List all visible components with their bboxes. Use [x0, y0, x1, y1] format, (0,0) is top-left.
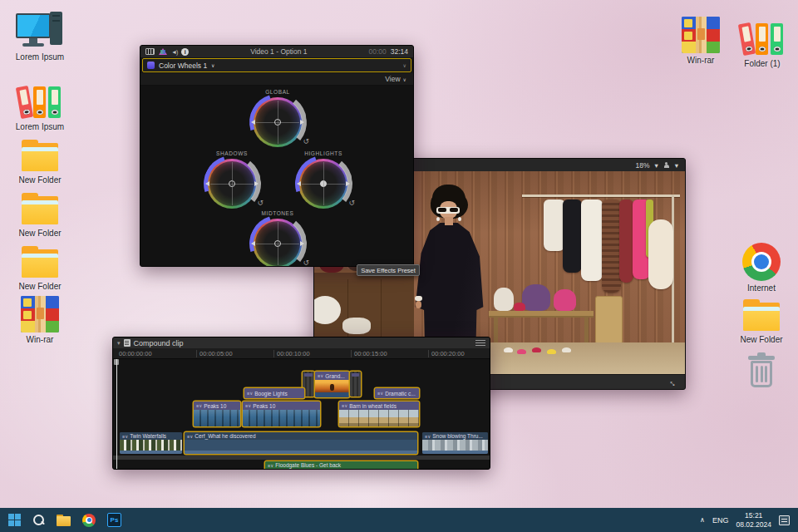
reset-icon[interactable]: ↺	[348, 199, 355, 207]
fullscreen-button[interactable]: ↔	[667, 375, 680, 388]
reset-icon[interactable]: ↺	[257, 199, 264, 207]
clip-label: Dramatic c...	[385, 391, 415, 397]
brightness-arc[interactable]	[246, 212, 310, 267]
clip-boogie-lights[interactable]: ≡∨Boogie Lights	[244, 388, 304, 398]
ruler-timecode: 00:00:05:00	[196, 350, 233, 357]
zoom-dropdown-arrow-icon[interactable]: ▾	[654, 161, 658, 170]
timeline-ruler[interactable]: 00:00:00:00 00:00:05:00 00:00:10:00 00:0…	[113, 348, 490, 359]
clip-peaks-10-b[interactable]: ≡∨Peaks 10	[243, 401, 320, 426]
tray-chevron-icon[interactable]: ∧	[700, 516, 705, 524]
wheel-handle[interactable]	[320, 180, 327, 187]
clip-menu-icon: ≡∨	[196, 403, 202, 408]
folder-icon	[20, 246, 60, 279]
wheel-shadows[interactable]: SHADOWS ↺	[204, 150, 260, 209]
color-wheels-window[interactable]: ◄) i Video 1 - Option 1 00:00 32:14 Colo…	[140, 45, 414, 267]
clip-cerf[interactable]: ≡∨Cerf_What he discovered	[185, 432, 417, 454]
shoe	[504, 347, 513, 352]
transition-clip[interactable]	[303, 372, 314, 397]
timeline-window[interactable]: ▾ Compound clip 00:00:00:00 00:00:05:00 …	[112, 337, 490, 470]
desktop-icon-label: New Folder	[2, 282, 78, 291]
clip-menu-icon: ≡∨	[377, 391, 383, 396]
timeline-menu-icon[interactable]	[475, 340, 485, 346]
clip-snow[interactable]: ≡∨Snow blowing Thru...	[422, 432, 488, 454]
viewer-zoom-level[interactable]: 18%	[635, 161, 649, 170]
clip-barn[interactable]: ≡∨Barn in wheat fields	[339, 401, 419, 426]
color-wheel[interactable]	[298, 159, 348, 209]
clothes-rack-rail	[522, 195, 680, 197]
color-wheel[interactable]	[207, 159, 257, 209]
speaker-icon[interactable]: ◄)	[171, 49, 177, 55]
photoshop-taskbar-icon[interactable]: Ps	[107, 513, 121, 527]
language-indicator[interactable]: ENG	[712, 516, 729, 525]
file-explorer-icon[interactable]	[57, 515, 71, 526]
view-menu[interactable]: View	[385, 75, 400, 83]
preset-chevron-icon[interactable]: ∨	[211, 62, 214, 68]
desktop-icon-computer[interactable]: Lorem Ipsum	[2, 10, 78, 62]
view-options-arrow-icon[interactable]: ▾	[675, 161, 678, 170]
desktop-icon-folder-2[interactable]: New Folder	[2, 186, 78, 238]
view-options-icon[interactable]	[663, 162, 670, 169]
audio-waveform	[265, 469, 417, 470]
playhead[interactable]	[116, 359, 117, 470]
effect-checkbox[interactable]	[147, 62, 155, 69]
desktop-icon-folder-1-binders[interactable]: Folder (1)	[727, 17, 798, 68]
transition-clip[interactable]	[350, 372, 361, 397]
earring	[436, 217, 440, 221]
clip-menu-icon: ≡∨	[187, 434, 193, 439]
desktop-icon-binders[interactable]: Lorem Ipsum	[2, 80, 78, 131]
desktop-icon-recycle-bin[interactable]	[723, 349, 798, 389]
reset-icon[interactable]: ↺	[303, 259, 309, 267]
wheel-highlights[interactable]: HIGHLIGHTS ↺	[295, 150, 352, 209]
winrar-icon	[21, 296, 59, 332]
clip-grand[interactable]: ≡∨Grand...	[315, 372, 349, 397]
earring	[458, 217, 461, 221]
info-icon[interactable]: i	[181, 48, 189, 56]
view-row: View ∨	[140, 73, 413, 86]
color-triangle-icon[interactable]	[159, 48, 167, 55]
wheel-handle[interactable]	[229, 180, 235, 187]
clip-menu-icon: ≡∨	[245, 403, 251, 408]
storyline-bar	[113, 456, 490, 460]
chrome-taskbar-icon[interactable]	[82, 514, 96, 527]
color-wheels-preset-row[interactable]: Color Wheels 1 ∨ ∨	[142, 58, 411, 72]
color-wheel[interactable]	[253, 97, 303, 147]
view-chevron-icon[interactable]: ∨	[403, 76, 406, 82]
search-icon[interactable]	[32, 514, 45, 526]
color-window-titlebar[interactable]: ◄) i Video 1 - Option 1 00:00 32:14	[140, 46, 413, 57]
desktop-icon-internet[interactable]: Internet	[723, 241, 798, 293]
white-case	[342, 318, 371, 334]
clip-twin-waterfalls[interactable]: ≡∨Twin Waterfalls	[120, 432, 182, 454]
notification-center-icon[interactable]	[779, 515, 790, 525]
wheel-midtones[interactable]: MIDTONES ↺	[249, 210, 306, 267]
desktop-icon-folder-3[interactable]: New Folder	[2, 239, 78, 291]
black-garment	[563, 200, 582, 273]
desktop-icon-folder-1[interactable]: New Folder	[2, 133, 78, 185]
wheel-handle[interactable]	[274, 240, 281, 247]
desktop-icon-label: Win-rar	[2, 335, 78, 344]
clock[interactable]: 15:21 08.02.2024	[736, 511, 771, 529]
suitcase	[595, 296, 623, 344]
chrome-icon	[742, 243, 781, 281]
reset-icon[interactable]: ↺	[303, 137, 309, 145]
compound-clip-icon	[124, 339, 131, 347]
ruler-timecode: 00:00:10:00	[273, 350, 310, 357]
desktop-icon-winrar[interactable]: Win-rar	[2, 293, 78, 344]
timecode: 32:14	[391, 47, 408, 56]
timeline-titlebar[interactable]: ▾ Compound clip	[113, 337, 490, 348]
clip-floodgate-audio[interactable]: ≡∨Floodgate Blues - Get back	[265, 461, 417, 470]
collapse-chevron-icon[interactable]: ▾	[117, 340, 121, 347]
save-effects-preset-button[interactable]: Save Effects Preset	[357, 264, 420, 276]
start-button[interactable]	[8, 514, 21, 526]
clip-peaks-10-a[interactable]: ≡∨Peaks 10	[194, 401, 240, 426]
wheel-global[interactable]: GLOBAL ↺	[249, 89, 306, 147]
row-chevron-icon[interactable]: ∨	[403, 62, 406, 68]
desktop-icon-folder-right[interactable]: New Folder	[723, 293, 798, 344]
wheel-handle[interactable]	[274, 119, 281, 126]
color-wheel[interactable]	[253, 219, 303, 267]
filmstrip-icon[interactable]	[145, 48, 155, 55]
preset-name[interactable]: Color Wheels 1	[159, 62, 207, 70]
timecode-hours: 00:00	[368, 47, 386, 56]
timeline-tracks[interactable]: ≡∨Grand... ≡∨Boogie Lights ≡∨Dramatic c.…	[113, 359, 490, 470]
clip-dramatic[interactable]: ≡∨Dramatic c...	[375, 388, 419, 398]
clip-label: Cerf_What he discovered	[195, 433, 255, 439]
